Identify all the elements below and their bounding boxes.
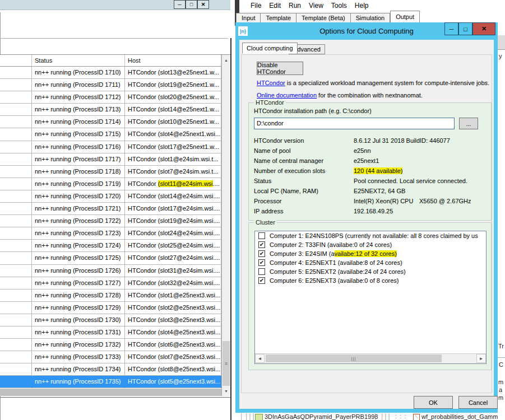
ok-button[interactable]: OK [414, 396, 453, 409]
cell-status: nn++ running (ProcessID 1730) [32, 314, 125, 326]
field-value: 120 (44 available) [354, 167, 402, 174]
menu-item-view[interactable]: View [309, 2, 323, 12]
cell-empty [0, 326, 32, 339]
maximize-icon[interactable]: □ [186, 0, 197, 9]
tab-cloud-computing[interactable]: Cloud computing [242, 43, 298, 54]
cluster-item[interactable]: ✔Computer 4: E25NEXT1 (availabe:8 of 24 … [255, 259, 486, 267]
cell-host: HTCondor (slot32@e24sim.wsi.... [125, 277, 221, 290]
table-row[interactable]: nn++ running (ProcessID 1733)HTCondor (s… [0, 351, 221, 363]
column-header-empty[interactable] [0, 55, 32, 66]
table-rows: nn++ running (ProcessID 1710)HTCondor (s… [0, 67, 221, 389]
scroll-up-icon[interactable]: ▲ [222, 55, 230, 65]
htcondor-link[interactable]: HTCondor [257, 80, 285, 86]
minimize-icon[interactable]: ─ [174, 0, 186, 9]
table-row[interactable]: nn++ running (ProcessID 1725)HTCondor (s… [0, 252, 221, 264]
cell-status: nn++ running (ProcessID 1726) [32, 265, 125, 277]
cell-empty [0, 252, 32, 264]
disable-htcondor-button[interactable]: Disable HTCondor [257, 62, 303, 75]
cell-status: nn++ running (ProcessID 1716) [32, 141, 125, 153]
browse-button[interactable]: ... [459, 118, 478, 129]
table-row[interactable]: nn++ running (ProcessID 1722)HTCondor (s… [0, 215, 221, 227]
background-text-fragment: m [498, 394, 503, 401]
background-text-fragment: y [499, 53, 502, 59]
cell-status: nn++ running (ProcessID 1729) [32, 302, 125, 314]
cell-status: nn++ running (ProcessID 1724) [32, 240, 125, 252]
table-row[interactable]: nn++ running (ProcessID 1710)HTCondor (s… [0, 67, 221, 79]
checkbox-checked-icon[interactable]: ✔ [258, 277, 265, 284]
table-row[interactable]: nn++ running (ProcessID 1720)HTCondor (s… [0, 190, 221, 203]
scroll-left-icon[interactable]: ◄ [255, 354, 265, 363]
cell-host: HTCondor (slot4@e25next1.wsi... [125, 128, 221, 141]
cluster-item[interactable]: ✔Computer 6: E25NEXT3 (availabe:0 of 8 c… [255, 277, 486, 285]
install-path-label: HTCondor installation path (e.g. C:\cond… [254, 108, 372, 114]
file-name[interactable]: wf_probabilities_dot_Gamm [421, 413, 498, 420]
table-row[interactable]: nn++ running (ProcessID 1729)HTCondor (s… [0, 302, 221, 314]
dialog-titlebar[interactable]: |n) Options for Cloud Computing ─ □ ✕ [235, 22, 498, 40]
field-value: e25nn [354, 147, 371, 154]
table-row[interactable]: nn++ running (ProcessID 1712)HTCondor (s… [0, 91, 221, 104]
cell-empty [0, 128, 32, 141]
online-documentation-link[interactable]: Online documentation [257, 92, 317, 99]
checkbox-checked-icon[interactable]: ✔ [258, 241, 265, 248]
horizontal-scrollbar[interactable]: ◄ ||| ► [255, 353, 486, 363]
table-row[interactable]: nn++ running (ProcessID 1719)HTCondor (s… [0, 178, 221, 190]
table-row[interactable]: nn++ running (ProcessID 1732)HTCondor (s… [0, 339, 221, 351]
table-row[interactable]: nn++ running (ProcessID 1714)HTCondor (s… [0, 116, 221, 128]
scrollbar-thumb[interactable]: ≡ [223, 341, 230, 386]
table-row[interactable]: nn++ running (ProcessID 1717)HTCondor (s… [0, 153, 221, 166]
column-header-status[interactable]: Status [32, 55, 125, 66]
table-row[interactable]: nn++ running (ProcessID 1713)HTCondor (s… [0, 104, 221, 116]
cluster-item[interactable]: ✔Computer 3: E24SIM (availabe:12 of 32 c… [255, 250, 486, 258]
menu-item-tools[interactable]: Tools [331, 2, 347, 12]
cell-host: HTCondor (slot13@e25next1.w... [125, 67, 221, 79]
cell-host: HTCondor (slot20@e25next1.w... [125, 91, 221, 104]
window-divider [0, 397, 230, 398]
minimize-icon[interactable]: ─ [444, 22, 458, 35]
maximize-icon[interactable]: □ [458, 22, 472, 35]
table-row[interactable]: nn++ running (ProcessID 1731)HTCondor (s… [0, 326, 221, 339]
cell-host: HTCondor (slot5@e25next3.wsi... [125, 376, 221, 388]
table-row[interactable]: nn++ running (ProcessID 1721)HTCondor (s… [0, 203, 221, 215]
cell-empty [0, 153, 32, 166]
tab-output[interactable]: Output [390, 11, 420, 24]
menu-item-run[interactable]: Run [289, 2, 301, 12]
checkbox-checked-icon[interactable]: ✔ [258, 250, 265, 257]
scroll-down-icon[interactable]: ▼ [222, 386, 230, 396]
table-row[interactable]: nn++ running (ProcessID 1728)HTCondor (s… [0, 290, 221, 302]
table-row[interactable]: nn++ running (ProcessID 1716)HTCondor (s… [0, 141, 221, 153]
column-header-host[interactable]: Host [125, 55, 221, 66]
background-file-row: │ │││ 3DInAsGaAsQDPyramid_PayerPRB1998 │… [239, 413, 505, 420]
table-row[interactable]: nn++ running (ProcessID 1715)HTCondor (s… [0, 128, 221, 141]
table-row[interactable]: nn++ running (ProcessID 1723)HTCondor (s… [0, 227, 221, 240]
grid-mark: │ [240, 413, 243, 419]
scrollbar-thumb[interactable]: ||| [266, 354, 442, 362]
menu-item-file[interactable]: File [251, 2, 261, 12]
checkbox-checked-icon[interactable]: ✔ [258, 259, 265, 266]
table-row[interactable]: nn++ running (ProcessID 1727)HTCondor (s… [0, 277, 221, 290]
table-row[interactable]: nn++ running (ProcessID 1724)HTCondor (s… [0, 240, 221, 252]
cluster-item[interactable]: ✔Computer 2: T33FIN (availabe:0 of 24 co… [255, 241, 486, 249]
table-row[interactable]: nn++ running (ProcessID 1730)HTCondor (s… [0, 314, 221, 326]
menu-bar: FileEditRunViewToolsHelp [251, 2, 369, 12]
cell-empty [0, 290, 32, 302]
table-row[interactable]: nn++ running (ProcessID 1734)HTCondor (s… [0, 363, 221, 376]
table-row[interactable]: nn++ running (ProcessID 1726)HTCondor (s… [0, 265, 221, 277]
cell-host: HTCondor (slot19@e24sim.wsi.... [125, 215, 221, 227]
table-row[interactable]: nn++ running (ProcessID 1735)HTCondor (s… [0, 376, 221, 388]
install-path-input[interactable]: D:\condor [254, 118, 455, 129]
close-icon[interactable]: ✕ [197, 0, 209, 9]
checkbox-unchecked-icon[interactable] [258, 268, 265, 275]
menu-item-edit[interactable]: Edit [269, 2, 281, 12]
scroll-right-icon[interactable]: ► [476, 354, 486, 363]
menu-item-help[interactable]: Help [355, 2, 369, 12]
table-row[interactable]: nn++ running (ProcessID 1718)HTCondor (s… [0, 166, 221, 178]
checkbox-unchecked-icon[interactable] [258, 232, 265, 239]
cluster-item[interactable]: Computer 1: E24NS108PS (currently not av… [255, 232, 486, 240]
file-name[interactable]: 3DInAsGaAsQDPyramid_PayerPRB1998 [265, 413, 378, 420]
search-highlight: vailabe:12 of 32 cores) [335, 250, 397, 257]
vertical-scrollbar[interactable]: ▲ ≡ ▼ [221, 55, 230, 396]
close-icon[interactable]: ✕ [472, 22, 495, 35]
cluster-item[interactable]: Computer 5: E25NEXT2 (availabe:24 of 24 … [255, 268, 486, 276]
table-row[interactable]: nn++ running (ProcessID 1711)HTCondor (s… [0, 79, 221, 91]
cancel-button[interactable]: Cancel [458, 396, 498, 409]
